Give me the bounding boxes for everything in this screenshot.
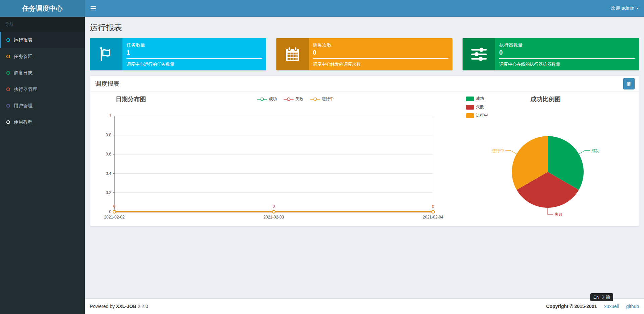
legend-swatch	[466, 113, 474, 118]
line-chart-title: 日期分布图	[116, 95, 146, 103]
legend-item-fail[interactable]: 失败	[284, 96, 304, 102]
sidebar-item-label: 任务管理	[14, 54, 33, 60]
legend-label: 成功	[476, 96, 484, 102]
divider	[499, 58, 635, 59]
brand-name: XXL-JOB	[116, 304, 137, 309]
legend-item-success[interactable]: 成功	[257, 96, 277, 102]
legend-label: 失败	[296, 96, 304, 102]
y-axis-tick-label: 0.2	[106, 190, 111, 195]
info-box-label: 执行器数量	[499, 42, 635, 48]
footer: Powered by XXL-JOB 2.2.0 Copyright © 201…	[85, 298, 644, 314]
powered-by: Powered by XXL-JOB 2.2.0	[90, 304, 148, 309]
sidebar-item-help[interactable]: 使用教程	[0, 114, 85, 130]
info-box-label: 调度次数	[313, 42, 449, 48]
point-label: 0	[432, 204, 434, 209]
link-xuxueli[interactable]: xuxueli	[604, 304, 619, 309]
pie-slice-label: 进行中	[492, 148, 504, 153]
legend-item-running[interactable]: 进行中	[466, 113, 488, 118]
ime-indicator-badge: EN ☽ 简	[590, 293, 613, 301]
point-label: 0	[113, 204, 116, 209]
divider	[126, 58, 262, 59]
legend-item-success[interactable]: 成功	[466, 96, 488, 102]
y-axis-tick-label: 0	[109, 209, 111, 214]
legend-item-fail[interactable]: 失败	[466, 104, 488, 110]
info-box-job-count: 任务数量1调度中心运行的任务数量	[90, 38, 266, 70]
hamburger-icon	[91, 6, 96, 7]
circle-icon	[6, 55, 10, 58]
date-distribution-chart: 日期分布图 成功失败进行中 00.20.40.60.812021-02-0220…	[94, 92, 457, 226]
app-title[interactable]: 任务调度中心	[0, 0, 85, 17]
info-box-description: 调度中心触发的调度次数	[313, 61, 449, 67]
pie-slice-label: 失败	[554, 212, 562, 217]
sidebar-item-label: 用户管理	[14, 103, 33, 109]
info-box-trigger-count: 调度次数0调度中心触发的调度次数	[276, 38, 453, 70]
x-axis-tick-label: 2021-02-04	[423, 215, 443, 219]
copyright-area: Copyright © 2015-2021 xuxueli github	[546, 304, 639, 309]
circle-icon	[6, 120, 10, 124]
sidebar-item-executor-manage[interactable]: 执行器管理	[0, 81, 85, 98]
legend-swatch	[466, 97, 474, 101]
y-axis-tick-label: 0.8	[106, 133, 111, 137]
info-box-description: 调度中心在线的执行器机器数量	[499, 61, 635, 67]
circle-icon	[6, 38, 10, 42]
line-marker-icon	[284, 97, 294, 101]
sidebar-item-label: 调度日志	[14, 70, 33, 76]
x-axis-tick-label: 2021-02-02	[104, 215, 125, 219]
legend-label: 进行中	[476, 113, 488, 118]
content-area: 运行报表 任务数量1调度中心运行的任务数量 调度次数0调度中心触发的调度次数 执…	[85, 17, 644, 298]
line-chart-plot: 00.20.40.60.812021-02-022021-02-032021-0…	[94, 92, 457, 226]
sidebar-item-job-log[interactable]: 调度日志	[0, 65, 85, 81]
legend-label: 进行中	[322, 96, 334, 102]
legend-item-running[interactable]: 进行中	[310, 96, 334, 102]
chevron-down-icon	[636, 8, 639, 9]
circle-icon	[6, 87, 10, 91]
info-box-description: 调度中心运行的任务数量	[126, 61, 262, 67]
info-box-value: 1	[126, 49, 262, 56]
y-axis-tick-label: 0.6	[106, 152, 111, 156]
calendar-icon	[276, 38, 309, 70]
pie-slice-label: 成功	[591, 148, 599, 153]
pie-chart-title: 成功比例图	[531, 95, 561, 103]
circle-icon	[6, 71, 10, 75]
sidebar-item-label: 使用教程	[14, 119, 33, 125]
flag-icon	[90, 38, 122, 70]
info-box-row: 任务数量1调度中心运行的任务数量 调度次数0调度中心触发的调度次数 执行器数量0…	[85, 38, 644, 70]
user-menu[interactable]: 欢迎 admin	[606, 0, 644, 17]
welcome-text: 欢迎 admin	[611, 5, 634, 11]
legend-label: 失败	[476, 104, 484, 110]
sidebar-item-label: 执行器管理	[14, 86, 37, 92]
version: 2.2.0	[138, 304, 148, 309]
copyright-text: Copyright © 2015-2021	[546, 304, 597, 309]
charts-row: 日期分布图 成功失败进行中 00.20.40.60.812021-02-0220…	[90, 92, 639, 226]
legend-swatch	[466, 105, 474, 110]
panel-header: 调度报表	[90, 76, 639, 92]
sidebar-nav-label: 导航	[0, 17, 85, 32]
point-label: 0	[273, 204, 275, 209]
panel-title: 调度报表	[90, 80, 119, 87]
circle-icon	[6, 104, 10, 108]
info-box-executor-count: 执行器数量0调度中心在线的执行器机器数量	[463, 38, 639, 70]
calendar-icon	[627, 81, 632, 86]
sidebar: 导航 运行报表任务管理调度日志执行器管理用户管理使用教程	[0, 17, 85, 314]
sidebar-toggle-button[interactable]	[85, 0, 102, 17]
schedule-report-panel: 调度报表 日期分布图 成功失败进行中 00.20.40.60.8	[90, 75, 639, 226]
date-range-button[interactable]	[623, 78, 635, 89]
top-bar: 任务调度中心 欢迎 admin	[0, 0, 644, 17]
info-box-value: 0	[313, 49, 449, 56]
sidebar-menu: 运行报表任务管理调度日志执行器管理用户管理使用教程	[0, 32, 85, 130]
sidebar-item-label: 运行报表	[14, 37, 33, 43]
legend-label: 成功	[269, 96, 277, 102]
info-box-label: 任务数量	[126, 42, 262, 48]
sidebar-item-run-report[interactable]: 运行报表	[0, 32, 85, 48]
divider	[313, 58, 449, 59]
y-axis-tick-label: 0.4	[106, 171, 111, 176]
sidebar-item-job-manage[interactable]: 任务管理	[0, 48, 85, 65]
sidebar-item-user-manage[interactable]: 用户管理	[0, 98, 85, 114]
pie-chart-legend: 成功失败进行中	[466, 96, 488, 121]
success-ratio-chart: 成功比例图 成功失败进行中 成功失败进行中	[457, 92, 635, 226]
navbar: 欢迎 admin	[85, 0, 644, 17]
line-chart-legend: 成功失败进行中	[257, 96, 334, 102]
link-github[interactable]: github	[626, 304, 639, 309]
y-axis-tick-label: 1	[109, 114, 111, 118]
info-box-value: 0	[499, 49, 635, 56]
